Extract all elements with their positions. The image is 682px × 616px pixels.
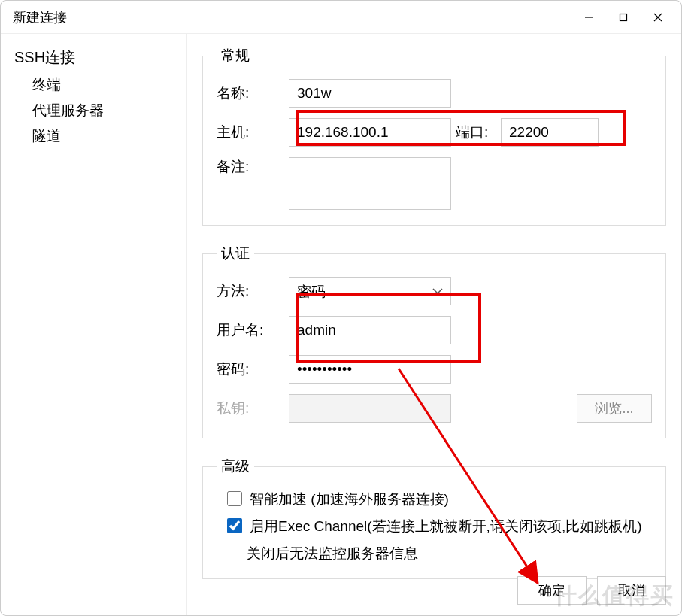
dialog-window: 新建连接 SSH连接 终端 代理服务器 隧道 常规 名称: xyxy=(0,0,682,616)
minimize-button[interactable] xyxy=(571,5,606,29)
group-general: 常规 名称: 主机: 端口: 备注: xyxy=(202,46,666,226)
maximize-button[interactable] xyxy=(606,5,641,29)
titlebar: 新建连接 xyxy=(1,1,681,34)
minimize-icon xyxy=(584,13,593,22)
group-general-legend: 常规 xyxy=(217,46,254,65)
password-label: 密码: xyxy=(217,360,289,379)
smart-accel-checkbox[interactable] xyxy=(227,491,242,506)
host-input[interactable] xyxy=(289,118,451,147)
name-input[interactable] xyxy=(289,79,451,108)
maximize-icon xyxy=(619,13,628,22)
method-label: 方法: xyxy=(217,281,289,301)
window-title: 新建连接 xyxy=(13,8,571,26)
exec-channel-note: 关闭后无法监控服务器信息 xyxy=(217,544,652,563)
sidebar-item-terminal[interactable]: 终端 xyxy=(1,72,186,98)
port-label: 端口: xyxy=(456,123,501,142)
notes-input[interactable] xyxy=(289,157,451,210)
group-advanced-legend: 高级 xyxy=(217,457,254,476)
username-input[interactable] xyxy=(289,316,451,344)
close-icon xyxy=(653,13,662,22)
group-auth-legend: 认证 xyxy=(217,244,254,263)
host-label: 主机: xyxy=(217,123,289,142)
privatekey-input xyxy=(289,394,451,423)
sidebar-item-proxy[interactable]: 代理服务器 xyxy=(1,98,186,123)
port-input[interactable] xyxy=(501,118,599,147)
browse-button[interactable]: 浏览... xyxy=(577,394,652,423)
name-label: 名称: xyxy=(217,83,289,103)
exec-channel-checkbox[interactable] xyxy=(227,518,242,533)
ok-button[interactable]: 确定 xyxy=(517,576,587,605)
cancel-button[interactable]: 取消 xyxy=(597,576,666,605)
close-button[interactable] xyxy=(641,5,675,29)
username-label: 用户名: xyxy=(217,320,289,340)
privatekey-label: 私钥: xyxy=(217,399,289,418)
method-select[interactable]: 密码 xyxy=(289,277,451,305)
window-controls xyxy=(571,5,675,29)
exec-channel-label: 启用Exec Channel(若连接上就被断开,请关闭该项,比如跳板机) xyxy=(250,517,642,536)
sidebar-item-ssh[interactable]: SSH连接 xyxy=(1,43,186,72)
svg-rect-1 xyxy=(620,14,627,20)
group-auth: 认证 方法: 密码 用户名: 密码: 私钥: xyxy=(202,244,666,438)
sidebar: SSH连接 终端 代理服务器 隧道 xyxy=(1,34,187,615)
dialog-body: SSH连接 终端 代理服务器 隧道 常规 名称: 主机: 端口: 备注: xyxy=(1,34,681,615)
password-input[interactable] xyxy=(289,355,451,384)
dialog-footer: 确定 取消 xyxy=(517,576,666,605)
smart-accel-label: 智能加速 (加速海外服务器连接) xyxy=(250,490,449,509)
group-advanced: 高级 智能加速 (加速海外服务器连接) 启用Exec Channel(若连接上就… xyxy=(202,457,666,579)
sidebar-item-tunnel[interactable]: 隧道 xyxy=(1,123,186,149)
main-panel: 常规 名称: 主机: 端口: 备注: 认证 xyxy=(187,34,681,615)
notes-label: 备注: xyxy=(217,157,289,177)
